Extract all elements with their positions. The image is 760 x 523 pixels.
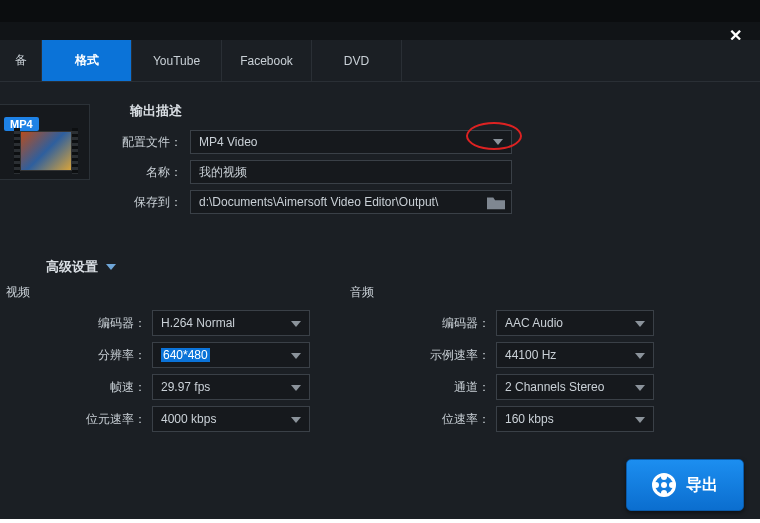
format-thumbnail[interactable]: MP4 xyxy=(0,104,90,180)
chevron-down-icon xyxy=(635,321,645,327)
tab-format[interactable]: 格式 xyxy=(42,40,132,81)
name-value: 我的视频 xyxy=(199,164,247,181)
audio-section-title: 音频 xyxy=(350,284,374,301)
name-label: 名称： xyxy=(110,164,182,181)
name-input[interactable]: 我的视频 xyxy=(190,160,512,184)
video-resolution-label: 分辨率： xyxy=(84,347,146,364)
audio-encoder-select[interactable]: AAC Audio xyxy=(496,310,654,336)
audio-channel-select[interactable]: 2 Channels Stereo xyxy=(496,374,654,400)
video-settings: 编码器： H.264 Normal 分辨率： 640*480 帧速： 29.97… xyxy=(84,310,310,438)
tab-bar: 备 格式 YouTube Facebook DVD xyxy=(0,40,760,82)
browse-button[interactable] xyxy=(485,194,507,212)
saveto-input[interactable]: d:\Documents\Aimersoft Video Editor\Outp… xyxy=(190,190,512,214)
audio-samplerate-select[interactable]: 44100 Hz xyxy=(496,342,654,368)
video-fps-select[interactable]: 29.97 fps xyxy=(152,374,310,400)
film-reel-icon xyxy=(652,473,676,497)
chevron-down-icon xyxy=(291,353,301,359)
thumbnail-image xyxy=(20,131,72,171)
footer: 导出 xyxy=(626,459,744,511)
audio-encoder-label: 编码器： xyxy=(428,315,490,332)
profile-label: 配置文件： xyxy=(110,134,182,151)
video-resolution-select[interactable]: 640*480 xyxy=(152,342,310,368)
format-badge: MP4 xyxy=(4,117,39,131)
audio-bitrate-label: 位速率： xyxy=(428,411,490,428)
tab-device[interactable]: 备 xyxy=(0,40,42,81)
export-label: 导出 xyxy=(686,475,718,496)
video-bitrate-label: 位元速率： xyxy=(84,411,146,428)
saveto-value: d:\Documents\Aimersoft Video Editor\Outp… xyxy=(199,195,438,209)
advanced-label: 高级设置 xyxy=(46,258,98,276)
tab-facebook[interactable]: Facebook xyxy=(222,40,312,81)
audio-samplerate-label: 示例速率： xyxy=(428,347,490,364)
advanced-toggle[interactable]: 高级设置 xyxy=(46,258,116,276)
chevron-down-icon xyxy=(106,264,116,270)
video-encoder-label: 编码器： xyxy=(84,315,146,332)
film-strip-icon xyxy=(72,128,78,174)
folder-icon xyxy=(485,194,507,212)
dialog-content: 备 格式 YouTube Facebook DVD MP4 输出描述 配置文件：… xyxy=(0,40,760,523)
export-button[interactable]: 导出 xyxy=(626,459,744,511)
saveto-label: 保存到： xyxy=(110,194,182,211)
audio-bitrate-select[interactable]: 160 kbps xyxy=(496,406,654,432)
tab-youtube[interactable]: YouTube xyxy=(132,40,222,81)
video-encoder-select[interactable]: H.264 Normal xyxy=(152,310,310,336)
profile-dropdown[interactable]: MP4 Video xyxy=(190,130,512,154)
chevron-down-icon xyxy=(291,321,301,327)
chevron-down-icon xyxy=(291,385,301,391)
video-bitrate-select[interactable]: 4000 kbps xyxy=(152,406,310,432)
profile-value: MP4 Video xyxy=(199,135,257,149)
video-section-title: 视频 xyxy=(6,284,30,301)
tab-dvd[interactable]: DVD xyxy=(312,40,402,81)
chevron-down-icon xyxy=(635,353,645,359)
title-bar xyxy=(0,0,760,22)
output-section-title: 输出描述 xyxy=(130,102,182,120)
chevron-down-icon xyxy=(635,385,645,391)
chevron-down-icon xyxy=(291,417,301,423)
chevron-down-icon xyxy=(635,417,645,423)
video-fps-label: 帧速： xyxy=(84,379,146,396)
audio-channel-label: 通道： xyxy=(428,379,490,396)
chevron-down-icon xyxy=(493,139,503,145)
audio-settings: 编码器： AAC Audio 示例速率： 44100 Hz 通道： 2 Chan… xyxy=(428,310,654,438)
app-window: ✕ 备 格式 YouTube Facebook DVD MP4 输出描述 配置文… xyxy=(0,0,760,523)
